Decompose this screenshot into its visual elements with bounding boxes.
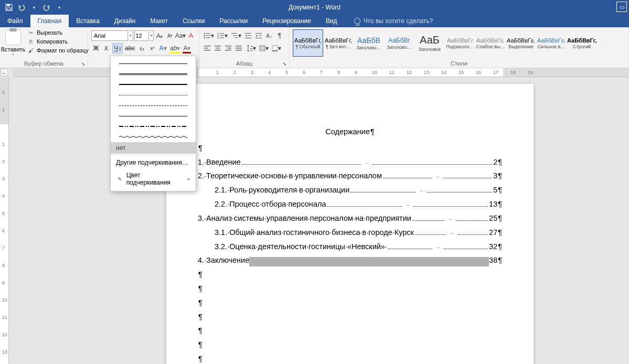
- subscript-button[interactable]: x₂: [137, 43, 146, 53]
- grow-font-button[interactable]: A▴: [155, 30, 164, 41]
- paintbrush-icon: 🖌: [27, 47, 35, 54]
- paragraph-launcher[interactable]: ⬊: [283, 61, 287, 67]
- save-button[interactable]: [3, 2, 15, 13]
- svg-rect-23: [255, 38, 262, 38]
- tab-review[interactable]: Рецензирование: [255, 15, 318, 27]
- format-painter-button[interactable]: 🖌Формат по образцу: [25, 46, 91, 55]
- tab-selector[interactable]: ∟: [1, 69, 8, 76]
- style-item-8[interactable]: АаБбВвГг,Сильное в…: [536, 29, 567, 57]
- underline-style-double[interactable]: [111, 69, 196, 79]
- align-center-button[interactable]: [213, 43, 222, 53]
- underline-none[interactable]: нет: [111, 142, 196, 154]
- style-item-4[interactable]: АаБЗаголовок: [414, 29, 445, 57]
- shrink-font-button[interactable]: A▾: [165, 30, 175, 41]
- superscript-button[interactable]: x²: [147, 43, 157, 53]
- copy-button[interactable]: ⎘Копировать: [25, 37, 91, 46]
- svg-rect-41: [272, 50, 278, 51]
- svg-rect-27: [215, 46, 221, 46]
- copy-icon: ⎘: [27, 38, 35, 45]
- style-item-6[interactable]: АаБбВвГг,Слабое вы…: [475, 29, 506, 57]
- lightbulb-icon: [354, 18, 360, 24]
- undo-dropdown[interactable]: ▾: [28, 2, 40, 13]
- tab-file[interactable]: Файл: [0, 15, 30, 27]
- svg-rect-2: [7, 8, 11, 10]
- align-left-button[interactable]: [202, 43, 212, 53]
- bold-button[interactable]: Ж: [91, 43, 101, 53]
- style-item-1[interactable]: АаБбВвГг,¶ Без инт…: [323, 29, 354, 57]
- bullets-button[interactable]: ▾: [202, 30, 215, 41]
- svg-rect-39: [260, 46, 265, 51]
- cut-button[interactable]: ✂Вырезать: [25, 28, 91, 37]
- horizontal-ruler[interactable]: 2112345678910111213141516171819: [13, 68, 629, 77]
- more-underlines[interactable]: Другие подчеркивания…: [111, 156, 196, 169]
- svg-rect-8: [206, 37, 210, 38]
- svg-rect-15: [231, 33, 237, 34]
- tab-layout[interactable]: Макет: [143, 15, 175, 27]
- tab-references[interactable]: Ссылки: [175, 15, 212, 27]
- style-item-3[interactable]: АаБбВгЗаголово…: [384, 29, 414, 57]
- clear-formatting-button[interactable]: A: [186, 30, 196, 41]
- style-item-9[interactable]: АаБбВвГг,Строгий: [567, 29, 597, 57]
- decrease-indent-button[interactable]: [243, 30, 253, 41]
- increase-indent-button[interactable]: [254, 30, 263, 41]
- show-marks-button[interactable]: ¶: [275, 30, 284, 41]
- svg-rect-29: [215, 50, 221, 50]
- redo-button[interactable]: [41, 2, 52, 13]
- style-item-7[interactable]: АаБбВвГг,Выделение: [506, 29, 536, 57]
- align-right-button[interactable]: [223, 43, 233, 53]
- tab-home[interactable]: Главная: [30, 15, 69, 27]
- undo-button[interactable]: [16, 2, 27, 13]
- tab-insert[interactable]: Вставка: [69, 15, 107, 27]
- line-spacing-button[interactable]: ▾: [244, 43, 257, 53]
- tab-mailings[interactable]: Рассылки: [212, 15, 255, 27]
- font-name-input[interactable]: [91, 30, 128, 41]
- borders-button[interactable]: ▾: [271, 43, 282, 53]
- tell-me-search[interactable]: Что вы хотите сделать?: [345, 15, 433, 27]
- style-item-2[interactable]: АаБбВЗаголово…: [354, 29, 384, 57]
- qat-customize[interactable]: ▾: [54, 2, 65, 13]
- change-case-button[interactable]: Aa▾: [176, 30, 185, 41]
- vertical-ruler[interactable]: 2112345678910111213141516: [0, 77, 9, 364]
- underline-style-dotted[interactable]: [111, 90, 196, 100]
- strikethrough-button[interactable]: abc: [124, 43, 136, 53]
- multilevel-list-button[interactable]: ▾: [230, 30, 242, 41]
- underline-style-dotdotdash[interactable]: [111, 121, 196, 132]
- svg-text:3: 3: [217, 36, 219, 39]
- font-size-dropdown[interactable]: ▾: [150, 30, 154, 41]
- underline-style-dotdash[interactable]: [111, 111, 196, 121]
- svg-point-3: [204, 33, 205, 34]
- underline-button[interactable]: Ч ▾: [112, 43, 123, 53]
- font-color-button[interactable]: A▾: [182, 43, 191, 53]
- svg-rect-10: [220, 33, 224, 34]
- underline-color[interactable]: ✎Цвет подчеркивания▸: [111, 169, 196, 189]
- underline-style-thick[interactable]: [111, 79, 196, 90]
- title-bar: ▾ ▾ Документ1 - Word ▭: [0, 0, 629, 15]
- svg-rect-17: [234, 37, 238, 38]
- style-item-0[interactable]: АаБбВвГг,¶ Обычный: [293, 29, 323, 57]
- ribbon-display-options[interactable]: ▭: [616, 2, 627, 12]
- clipboard-launcher[interactable]: ⬊: [81, 61, 86, 67]
- style-item-5[interactable]: АаБбВвГгПодзаголо…: [445, 29, 475, 57]
- tab-design[interactable]: Дизайн: [107, 15, 143, 27]
- svg-rect-19: [248, 35, 251, 36]
- italic-button[interactable]: К: [102, 43, 111, 53]
- font-size-input[interactable]: [134, 30, 149, 41]
- underline-style-wave[interactable]: [111, 132, 196, 142]
- tab-view[interactable]: Вид: [318, 15, 345, 27]
- font-name-dropdown[interactable]: ▾: [129, 30, 133, 41]
- document-page[interactable]: Содержание¶¶1.·Введение→2¶2.·Теоретическ…: [166, 84, 534, 364]
- highlight-button[interactable]: ab▾: [169, 43, 181, 53]
- numbering-button[interactable]: 123▾: [216, 30, 229, 41]
- svg-rect-4: [206, 33, 210, 34]
- text-effects-button[interactable]: A▾: [158, 43, 168, 53]
- underline-style-single[interactable]: [111, 58, 196, 69]
- svg-rect-6: [206, 35, 210, 36]
- paste-button[interactable]: Вставить ▾: [2, 28, 24, 60]
- styles-gallery[interactable]: АаБбВвГг,¶ ОбычныйАаБбВвГг,¶ Без инт…АаБ…: [292, 28, 626, 58]
- underline-style-dashed[interactable]: [111, 100, 196, 111]
- sort-button[interactable]: A↓: [264, 30, 274, 41]
- svg-rect-14: [220, 37, 224, 38]
- shading-button[interactable]: ▾: [258, 43, 270, 53]
- justify-button[interactable]: [234, 43, 243, 53]
- ribbon: Вставить ▾ ✂Вырезать ⎘Копировать 🖌Формат…: [0, 27, 629, 68]
